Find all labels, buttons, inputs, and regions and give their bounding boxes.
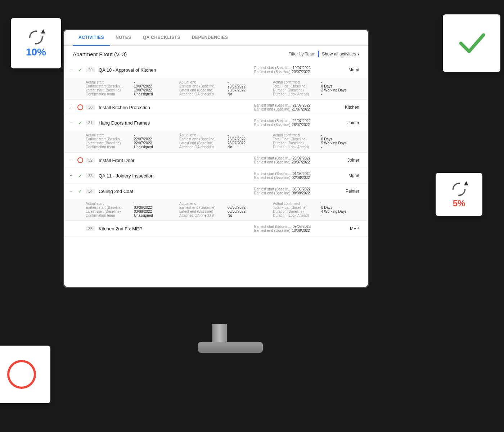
detail-value: 20/07/2022 bbox=[228, 88, 246, 92]
detail-label: Duration (Baseline) bbox=[273, 210, 320, 213]
detail-label: Confirmation team bbox=[86, 213, 132, 217]
date-value: 21/07/2022 bbox=[293, 103, 311, 107]
activity-main-hang31[interactable]: − ✓ 31 Hang Doors and Frames Earliest st… bbox=[64, 115, 368, 130]
status-check-ceiling34: ✓ bbox=[77, 188, 84, 194]
activity-num-ceiling34: 34 bbox=[86, 189, 95, 194]
tab-dependencies[interactable]: DEPENDENCIES bbox=[186, 30, 234, 46]
activity-num-qa11: 33 bbox=[86, 173, 95, 178]
circle-icon bbox=[77, 104, 83, 110]
detail-value: 08/08/2022 bbox=[228, 206, 246, 210]
tabs-bar: ACTIVITIES NOTES QA CHECKLISTS DEPENDENC… bbox=[64, 30, 368, 46]
detail-label: Latest start (Baseline) bbox=[86, 88, 132, 92]
table-row: + ✓ 33 QA 11 - Joinery Inspection Earlie… bbox=[64, 168, 368, 184]
expand-btn-front32[interactable]: + bbox=[70, 158, 75, 163]
date-label: Earliest start (Baselin... bbox=[254, 172, 291, 176]
detail-value: No bbox=[228, 92, 232, 96]
detail-label: Duration (Look Ahead) bbox=[273, 145, 320, 149]
table-row: − ✓ 29 QA 10 - Approval of Kitchen Earli… bbox=[64, 62, 368, 100]
activity-team-install30: Kitchen bbox=[333, 105, 362, 110]
detail-value: - bbox=[134, 133, 135, 137]
detail-label: Actual start bbox=[86, 202, 132, 206]
activity-team-front32: Joiner bbox=[333, 158, 362, 163]
detail-row-hang31: Actual start- Earliest start (Baselin...… bbox=[64, 130, 368, 152]
detail-value: - bbox=[228, 133, 229, 137]
expand-btn-hang31[interactable]: − bbox=[70, 120, 75, 125]
date-label: Earliest end (Baseline) bbox=[254, 160, 291, 164]
project-title: Apartment Fitout (V. 3) bbox=[73, 51, 127, 57]
activity-name-ceiling34: Ceiling 2nd Coat bbox=[99, 189, 254, 194]
date-value: 10/08/2022 bbox=[292, 229, 310, 233]
activity-dates-install30: Earliest start (Baselin... 21/07/2022 Ea… bbox=[254, 103, 333, 111]
detail-value: - bbox=[228, 202, 229, 206]
expand-btn-qa10[interactable]: − bbox=[70, 67, 75, 72]
table-row: 35 Kitchen 2nd Fix MEP Earliest start (B… bbox=[64, 221, 368, 237]
detail-value: 2 Working Days bbox=[321, 88, 346, 92]
date-label: Earliest end (Baseline) bbox=[254, 123, 291, 127]
tab-activities[interactable]: ACTIVITIES bbox=[73, 30, 110, 46]
activity-main-install30[interactable]: + 30 Install Kitchen Protection Earliest… bbox=[64, 100, 368, 115]
detail-label: Earliest end (Baseline) bbox=[179, 137, 226, 141]
date-value: 29/07/2022 bbox=[292, 160, 310, 164]
detail-value: 19/07/2022 bbox=[134, 88, 152, 92]
table-row: − ✓ 31 Hang Doors and Frames Earliest st… bbox=[64, 115, 368, 153]
monitor-screen: ACTIVITIES NOTES QA CHECKLISTS DEPENDENC… bbox=[63, 29, 369, 288]
activity-name-qa10: QA 10 - Approval of Kitchen bbox=[99, 67, 254, 73]
detail-label: Earliest start (Baselin... bbox=[86, 206, 132, 210]
detail-value: Unassigned bbox=[134, 213, 153, 217]
expand-btn-ceiling34[interactable]: − bbox=[70, 189, 75, 194]
activity-name-hang31: Hang Doors and Frames bbox=[99, 120, 254, 126]
detail-label: Confirmation team bbox=[86, 92, 132, 96]
activity-team-qa11: Mgmt bbox=[333, 173, 362, 178]
activity-name-install30: Install Kitchen Protection bbox=[99, 105, 254, 110]
detail-value: Unassigned bbox=[134, 92, 153, 96]
detail-label: Earliest end (Baseline) bbox=[179, 84, 226, 88]
expand-btn-qa11[interactable]: + bbox=[70, 173, 75, 178]
activity-team-qa10: Mgmt bbox=[333, 67, 362, 72]
status-check-qa10: ✓ bbox=[77, 67, 84, 73]
activity-name-kitchen35: Kitchen 2nd Fix MEP bbox=[99, 226, 254, 231]
activity-dates-ceiling34: Earliest start (Baselin... 03/08/2022 Ea… bbox=[254, 187, 333, 195]
detail-row-qa10: Actual start- Earliest start (Baselin...… bbox=[64, 77, 368, 99]
activity-main-ceiling34[interactable]: − ✓ 34 Ceiling 2nd Coat Earliest start (… bbox=[64, 184, 368, 199]
detail-value: 0 Days bbox=[321, 84, 332, 88]
date-label: Earliest end (Baseline) bbox=[254, 229, 291, 233]
activity-dates-qa10: Earliest start (Baselin... 19/07/2022 Ea… bbox=[254, 66, 333, 74]
detail-value: 20/07/2022 bbox=[228, 84, 246, 88]
detail-label: Actual confirmed bbox=[273, 202, 320, 206]
status-none-kitchen35 bbox=[77, 225, 84, 232]
date-label: Earliest end (Baseline) bbox=[254, 191, 291, 195]
big-check-icon bbox=[455, 27, 488, 59]
sync-percent-10: 10% bbox=[26, 46, 46, 58]
detail-value: - bbox=[228, 80, 229, 84]
filter-select[interactable]: Show all activities ▾ bbox=[322, 51, 359, 57]
table-row: − ✓ 34 Ceiling 2nd Coat Earliest start (… bbox=[64, 184, 368, 221]
big-circle-icon bbox=[7, 360, 36, 389]
date-value: 08/08/2022 bbox=[292, 191, 310, 195]
detail-label: Total Float (Baseline) bbox=[273, 206, 320, 210]
stand-base bbox=[198, 342, 263, 353]
sync-icon-container-5 bbox=[450, 180, 468, 198]
detail-label: Actual end bbox=[179, 133, 226, 137]
activity-dates-qa11: Earliest start (Baselin... 01/08/2022 Ea… bbox=[254, 172, 333, 180]
date-value: 22/07/2022 bbox=[293, 119, 311, 123]
activity-team-hang31: Joiner bbox=[333, 120, 362, 125]
activity-main-qa10[interactable]: − ✓ 29 QA 10 - Approval of Kitchen Earli… bbox=[64, 62, 368, 77]
activity-name-front32: Install Front Door bbox=[99, 158, 254, 163]
stand-neck bbox=[212, 324, 227, 342]
activity-name-qa11: QA 11 - Joinery Inspection bbox=[99, 173, 254, 179]
filter-divider bbox=[318, 51, 319, 57]
check-icon: ✓ bbox=[78, 67, 82, 73]
activity-num-kitchen35: 35 bbox=[86, 226, 95, 231]
activity-main-front32[interactable]: + 32 Install Front Door Earliest start (… bbox=[64, 153, 368, 168]
detail-value: No bbox=[228, 145, 232, 149]
status-check-hang31: ✓ bbox=[77, 120, 84, 126]
activity-main-kitchen35[interactable]: 35 Kitchen 2nd Fix MEP Earliest start (B… bbox=[64, 221, 368, 236]
monitor: ACTIVITIES NOTES QA CHECKLISTS DEPENDENC… bbox=[63, 29, 376, 324]
filter-label: Filter by Team bbox=[288, 51, 315, 57]
tab-notes[interactable]: NOTES bbox=[110, 30, 137, 46]
activity-main-qa11[interactable]: + ✓ 33 QA 11 - Joinery Inspection Earlie… bbox=[64, 168, 368, 183]
tab-qa-checklists[interactable]: QA CHECKLISTS bbox=[137, 30, 186, 46]
sync-icon-container bbox=[27, 28, 45, 46]
expand-btn-install30[interactable]: + bbox=[70, 105, 75, 110]
detail-value: - bbox=[134, 202, 135, 206]
